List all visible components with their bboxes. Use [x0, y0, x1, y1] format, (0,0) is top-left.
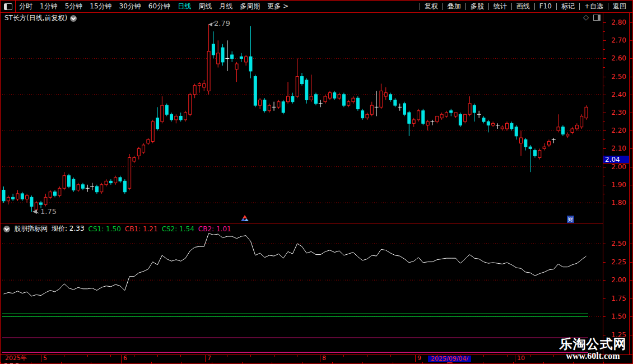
week-tick: [157, 355, 158, 357]
axis-tick: [603, 49, 605, 50]
toolbar-action[interactable]: 统计: [488, 3, 511, 10]
month-tick: [415, 355, 416, 362]
strip-cell[interactable]: [603, 362, 633, 364]
edge-tick: [630, 130, 632, 131]
indicator-header: 股朋指标网 现价: 2.33CS1: 1.50CB1: 1.21CS2: 1.5…: [3, 224, 231, 234]
axis-tick: [603, 77, 606, 77]
window-layout-icon[interactable]: [4, 3, 12, 10]
period-tab[interactable]: 1分钟: [40, 2, 58, 11]
axis-edge-strip[interactable]: [630, 13, 633, 354]
toolbar-action[interactable]: 返回: [608, 3, 631, 10]
strip-cell[interactable]: [573, 362, 603, 364]
diamond-icon[interactable]: ◇: [583, 13, 589, 21]
chevron-down-icon[interactable]: [70, 15, 77, 22]
toolbar-action[interactable]: 多股: [466, 3, 488, 10]
strip-cell[interactable]: [302, 362, 332, 364]
toolbar-action[interactable]: F10: [534, 3, 556, 10]
edge-tick: [630, 22, 632, 23]
axis-tick: [603, 22, 606, 23]
edge-tick: [630, 40, 632, 41]
axis-tick: [603, 203, 606, 203]
period-tab[interactable]: 15分钟: [90, 2, 111, 11]
axis-label: 2.70: [611, 36, 626, 44]
candlestick-chart[interactable]: [1, 13, 603, 223]
strip-cell[interactable]: [483, 362, 513, 364]
edge-tick: [630, 95, 632, 95]
month-label: 5: [43, 355, 47, 362]
period-tab[interactable]: 周线: [198, 2, 212, 11]
axis-tick: [603, 122, 605, 122]
indicator-field: 现价: 2.33: [52, 224, 85, 234]
app-window: 分时1分钟5分钟15分钟30分钟60分钟日线周线月线多周期更多 > 复权叠加多股…: [0, 0, 633, 364]
indicator-field: CS2: 1.54: [162, 225, 194, 233]
week-tick: [180, 355, 181, 357]
toolbar-action[interactable]: +自选: [579, 3, 608, 10]
axis-tick: [603, 67, 605, 68]
strip-cell[interactable]: [393, 362, 423, 364]
week-tick: [460, 355, 460, 357]
period-tab[interactable]: 日线: [178, 2, 191, 11]
week-tick: [343, 355, 344, 357]
month-label: 10: [517, 355, 525, 362]
strip-cell[interactable]: [91, 362, 121, 364]
edge-tick: [630, 148, 632, 149]
chart-title: ST长方(日线,前复权): [4, 13, 67, 23]
toolbar: 分时1分钟5分钟15分钟30分钟60分钟日线周线月线多周期更多 > 复权叠加多股…: [1, 1, 632, 13]
week-tick: [250, 355, 251, 357]
strip-cell[interactable]: [362, 362, 393, 364]
axis-label: 2.60: [611, 54, 626, 62]
strip-cell[interactable]: [212, 362, 242, 364]
toolbar-divider: [15, 1, 16, 12]
indicator-chart[interactable]: [1, 223, 603, 354]
indicator-field: CS1: 1.50: [89, 225, 121, 233]
edge-tick: [630, 244, 632, 244]
strip-cell[interactable]: [272, 362, 302, 364]
week-tick: [367, 355, 367, 357]
toolbar-action[interactable]: 标记: [556, 3, 579, 10]
strip-cell[interactable]: [332, 362, 362, 364]
axis-label: 2.00: [611, 276, 626, 284]
week-tick: [87, 355, 88, 357]
period-tab[interactable]: 30分钟: [119, 2, 141, 11]
panel-toggle-icon[interactable]: [593, 15, 601, 21]
axis-tick: [603, 95, 606, 95]
current-price-tag: 2.04: [603, 156, 629, 164]
strip-cell[interactable]: [31, 362, 61, 364]
edge-tick: [630, 280, 632, 281]
axis-tick: [603, 167, 606, 167]
strip-cell[interactable]: [543, 362, 574, 364]
date-axis: 2025/09/04/四 2025年5678910: [1, 354, 633, 362]
period-tab[interactable]: 月线: [219, 2, 232, 11]
edge-tick: [630, 185, 632, 185]
finance-badge[interactable]: 财: [567, 216, 574, 223]
month-label: 8: [322, 355, 326, 362]
axis-tick: [603, 86, 605, 86]
axis-label: 2.50: [611, 240, 626, 248]
axis-label: 1.80: [611, 199, 626, 207]
month-tick: [41, 355, 41, 362]
week-tick: [134, 355, 134, 357]
selected-date-tag: 2025/09/04/四: [428, 356, 471, 362]
strip-cell[interactable]: [61, 362, 91, 364]
month-label: 6: [123, 355, 127, 362]
period-tab[interactable]: 分时: [19, 2, 32, 11]
strip-cell[interactable]: [181, 362, 212, 364]
period-tab[interactable]: 更多 >: [267, 2, 288, 11]
strip-cell[interactable]: [242, 362, 272, 364]
watermark: 乐淘公式网 www.60lt.com: [558, 337, 628, 361]
period-tab[interactable]: 5分钟: [65, 2, 83, 11]
period-tab[interactable]: 60分钟: [148, 2, 170, 11]
axis-tick: [603, 185, 606, 185]
strip-cell[interactable]: [513, 362, 543, 364]
period-tab[interactable]: 多周期: [240, 2, 260, 11]
strip-cell[interactable]: [121, 362, 151, 364]
strip-cell[interactable]: [151, 362, 181, 364]
week-tick: [227, 355, 227, 357]
toolbar-action[interactable]: 复权: [420, 3, 443, 10]
axis-label: 1.90: [611, 181, 626, 189]
axis-tick: [603, 244, 606, 244]
axis-tick: [603, 40, 606, 41]
toolbar-action[interactable]: 画线: [511, 3, 534, 10]
toolbar-action[interactable]: 叠加: [443, 3, 466, 10]
chevron-down-icon[interactable]: [3, 226, 10, 232]
